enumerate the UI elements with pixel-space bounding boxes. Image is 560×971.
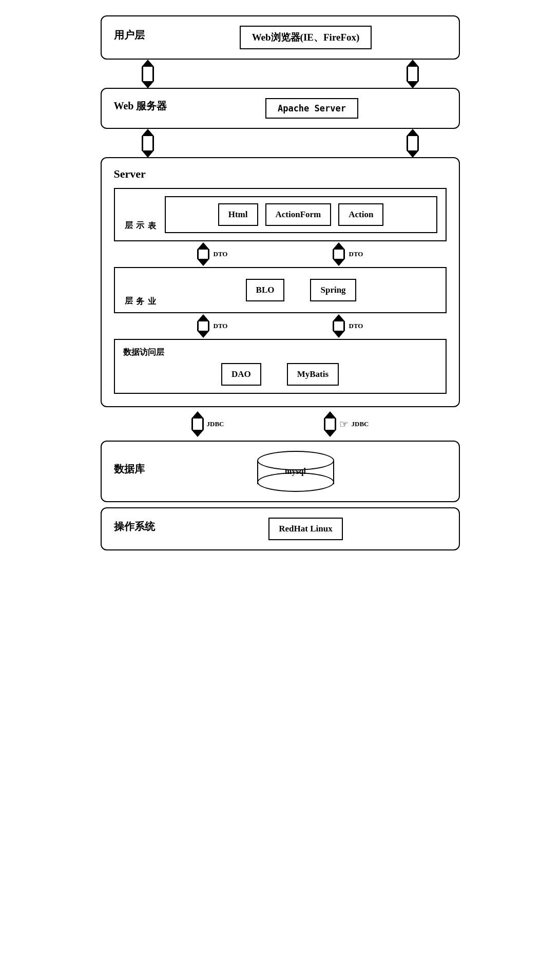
arrow-shaft [197,250,209,259]
server-layer: Server 表示层 Html ActionForm Action DTO [101,157,460,407]
dto-group-right-1: DTO [333,242,363,266]
server-label: Server [114,167,447,181]
dto-arrow-left-2 [197,314,209,338]
dto-arrow-right [333,242,345,266]
dto-label-4: DTO [349,322,363,330]
redhat-box: RedHat Linux [268,518,342,540]
dto-label-3: DTO [214,322,228,330]
arrow-right-1 [407,60,419,88]
os-layer: 操作系统 RedHat Linux [101,507,460,550]
user-layer-label: 用户层 [114,28,145,42]
dto-arrow-left [197,242,209,266]
mysql-cylinder: mysql [257,451,334,492]
jdbc-row: JDBC ☞ JDBC [137,407,424,441]
presentation-inner-group: Html ActionForm Action [165,196,437,233]
arrow-shaft [407,136,419,150]
arrow-up-icon [197,242,209,250]
dao-content: DAO MyBatis [123,363,437,386]
mybatis-box: MyBatis [287,363,339,386]
arrow-up-icon [197,314,209,321]
arrow-shaft [333,250,345,259]
arrow-down-icon [197,331,209,338]
arrow-down-icon [142,150,154,158]
arrow-shaft [407,67,419,81]
arrow-user-to-web [137,60,424,88]
jdbc-label-left: JDBC [207,420,224,428]
os-layer-label: 操作系统 [114,520,155,534]
jdbc-label-right: JDBC [352,420,369,428]
dto-row-2: DTO DTO [114,313,447,339]
dto-group-left-1: DTO [197,242,228,266]
arrow-shaft [142,136,154,150]
arrow-shaft [191,418,204,430]
dao-layer-label: 数据访问层 [123,347,437,358]
database-layer-label: 数据库 [114,462,145,476]
arrow-shaft [333,321,345,331]
arrow-shaft [324,418,336,430]
arrow-down-icon [197,259,209,266]
dto-group-left-2: DTO [197,314,228,338]
blo-box: BLO [246,279,285,301]
arrow-up-icon [142,129,154,136]
arrow-down-icon [333,259,345,266]
arrow-up-icon [191,411,204,418]
presentation-layer: 表示层 Html ActionForm Action [114,188,447,241]
arrow-up-icon [407,60,419,67]
business-layer: 业务层 BLO Spring [114,267,447,313]
dto-arrow-right-2 [333,314,345,338]
dto-label-1: DTO [214,250,228,258]
dto-label-2: DTO [349,250,363,258]
arrow-up-icon [324,411,336,418]
arrow-up-icon [142,60,154,67]
arrow-up-icon [333,314,345,321]
arrow-down-icon [333,331,345,338]
dao-box: DAO [221,363,261,386]
action-box: Action [338,203,383,226]
database-layer: 数据库 mysql [101,441,460,502]
arrow-shaft [142,67,154,81]
web-layer: Web 服务器 Apache Server [101,88,460,129]
arrow-up-icon [407,129,419,136]
arrow-left-2 [142,129,154,158]
arrow-down-icon [407,150,419,158]
arrow-down-icon [142,81,154,88]
dao-layer: 数据访问层 DAO MyBatis [114,339,447,394]
business-content: BLO Spring [165,279,437,301]
arrow-down-icon [407,81,419,88]
arrow-left-1 [142,60,154,88]
jdbc-arrow-left [191,411,204,437]
user-layer: 用户层 Web浏览器(IE、FireFox) [101,15,460,60]
arrow-right-2 [407,129,419,158]
web-layer-label: Web 服务器 [114,99,167,113]
arrow-down-icon [191,430,204,437]
arrow-web-to-server [137,129,424,157]
jdbc-group-left: JDBC [191,411,224,437]
mysql-label: mysql [257,467,334,476]
arrow-down-icon [324,430,336,437]
hand-pointer-icon: ☞ [339,418,349,430]
arrow-shaft [197,321,209,331]
dto-group-right-2: DTO [333,314,363,338]
html-box: Html [218,203,258,226]
jdbc-group-right: ☞ JDBC [324,411,369,437]
dto-row-1: DTO DTO [114,241,447,267]
arrow-up-icon [333,242,345,250]
architecture-diagram: 用户层 Web浏览器(IE、FireFox) Web 服务器 Apache Se… [101,15,460,550]
spring-box: Spring [310,279,356,301]
jdbc-arrow-right [324,411,336,437]
actionform-box: ActionForm [265,203,332,226]
apache-box: Apache Server [265,98,358,119]
browser-box: Web浏览器(IE、FireFox) [240,26,372,49]
